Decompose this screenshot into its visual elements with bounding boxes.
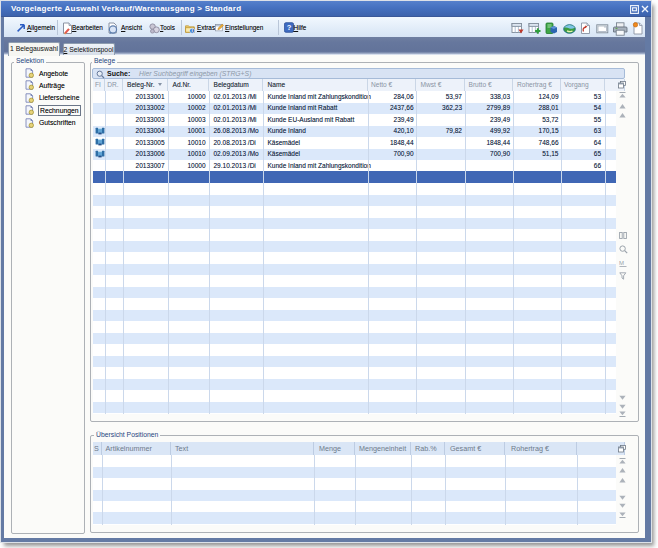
svg-text:i: i [192, 28, 193, 33]
svg-text:?: ? [286, 23, 291, 32]
svg-text:M: M [619, 260, 624, 266]
